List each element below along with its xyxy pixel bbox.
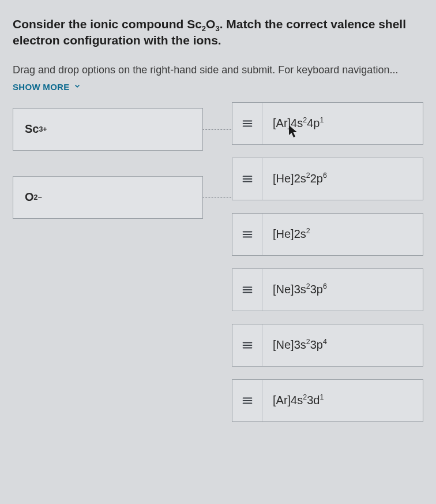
match-option[interactable]: [He]2s2 xyxy=(232,213,423,256)
targets-column: Sc3+ O2− xyxy=(13,102,203,422)
option-label: [Ne]3s23p4 xyxy=(262,338,337,352)
option-label: [Ne]3s23p6 xyxy=(262,283,337,296)
match-option[interactable]: [Ar]4s24p1 xyxy=(232,102,423,145)
match-option[interactable]: [Ne]3s23p6 xyxy=(232,268,423,311)
drag-handle-icon[interactable] xyxy=(232,269,262,311)
match-area: Sc3+ O2− [Ar]4s24p1 [He]2s22p6 [He]2s2 xyxy=(13,102,423,422)
drag-handle-icon[interactable] xyxy=(232,103,262,144)
chevron-down-icon xyxy=(73,82,81,92)
match-option[interactable]: [He]2s22p6 xyxy=(232,158,423,200)
option-label: [He]2s22p6 xyxy=(262,172,337,185)
match-option[interactable]: [Ar]4s23d1 xyxy=(232,379,423,422)
options-column: [Ar]4s24p1 [He]2s22p6 [He]2s2 [Ne]3s23p6… xyxy=(203,102,423,422)
drag-handle-icon[interactable] xyxy=(232,214,262,255)
instructions-row: Drag and drop options on the right-hand … xyxy=(13,64,423,76)
match-target[interactable]: Sc3+ xyxy=(13,108,203,151)
drag-handle-icon[interactable] xyxy=(232,158,262,200)
drag-handle-icon[interactable] xyxy=(232,380,262,421)
instructions-text: Drag and drop options on the right-hand … xyxy=(13,64,398,76)
option-label: [He]2s2 xyxy=(262,227,321,241)
match-target[interactable]: O2− xyxy=(13,176,203,219)
match-option[interactable]: [Ne]3s23p4 xyxy=(232,324,423,367)
drag-handle-icon[interactable] xyxy=(232,324,262,366)
show-more-toggle[interactable]: SHOW MORE xyxy=(13,82,81,92)
show-more-label: SHOW MORE xyxy=(13,82,70,92)
question-text: Consider the ionic compound Sc2O3. Match… xyxy=(13,16,423,49)
option-label: [Ar]4s24p1 xyxy=(262,117,334,130)
option-label: [Ar]4s23d1 xyxy=(262,394,334,407)
